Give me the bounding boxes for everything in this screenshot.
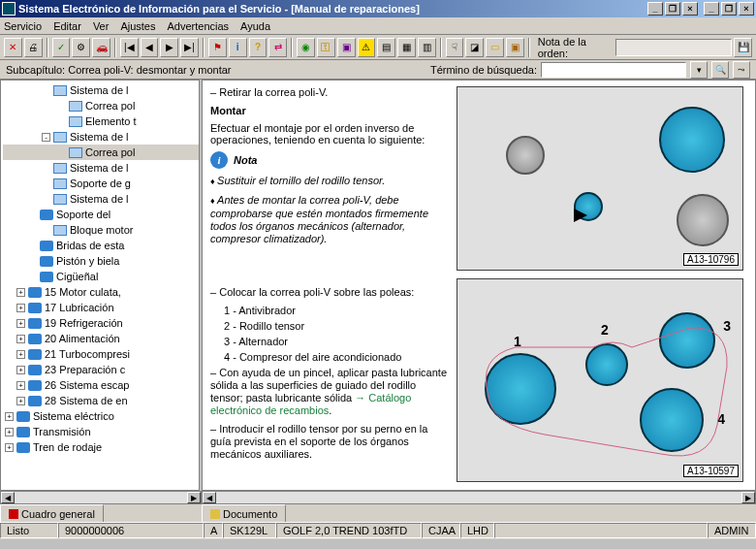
menu-advertencias[interactable]: Advertencias (167, 20, 229, 32)
tree-item[interactable]: +26 Sistema escap (3, 377, 199, 393)
tree-item[interactable]: +Transmisión (3, 424, 199, 439)
tree-item[interactable]: Correa pol (3, 145, 199, 160)
tree-item[interactable]: +19 Refrigeración (3, 315, 199, 331)
scroll-left-icon[interactable]: ◀ (203, 492, 216, 503)
expand-icon[interactable]: + (16, 335, 25, 343)
expand-icon[interactable]: + (5, 412, 14, 421)
sheet-icon[interactable]: ▥ (418, 38, 436, 57)
next-icon[interactable]: ▶ (160, 38, 178, 57)
check-icon[interactable]: ✓ (52, 38, 71, 57)
tree-item[interactable]: +20 Alimentación (3, 331, 199, 346)
subchapter-label: Subcapítulo: Correa poli-V: desmontar y … (6, 64, 232, 76)
expand-icon[interactable]: + (16, 319, 25, 328)
doc-step: Con ayuda de un pincel, aplicar pasta lu… (210, 367, 447, 417)
tree-item-label: 17 Lubricación (45, 300, 114, 315)
doc-hscroll[interactable]: ◀ ▶ (202, 491, 756, 504)
tree-item[interactable]: +15 Motor culata, (3, 284, 199, 300)
tree-item[interactable]: +21 Turbocompresi (3, 346, 199, 362)
help-icon[interactable]: ? (249, 38, 268, 57)
tree-item[interactable]: Correa pol (3, 98, 199, 113)
tree-item[interactable]: +Sistema eléctrico (3, 408, 199, 424)
tree-item[interactable]: +23 Preparación c (3, 362, 199, 377)
expand-icon[interactable]: + (16, 366, 25, 374)
folder-icon[interactable]: ▭ (486, 38, 504, 57)
page-icon (69, 147, 82, 158)
nota-label: Nota (234, 154, 257, 166)
expand-icon[interactable]: + (16, 288, 25, 297)
tree-item[interactable]: +28 Sistema de en (3, 393, 199, 408)
tree-item[interactable]: Elemento t (3, 113, 199, 129)
tree-item[interactable]: Cigüeñal (3, 269, 199, 284)
order-note-label: Nota de la orden: (538, 36, 614, 59)
menu-ajustes[interactable]: Ajustes (120, 20, 155, 32)
tree-item[interactable]: Soporte de g (3, 176, 199, 191)
maximize-button[interactable]: ❐ (665, 2, 680, 16)
menu-ver[interactable]: Ver (93, 20, 110, 32)
child-minimize-button[interactable]: _ (704, 2, 719, 16)
child-maximize-button[interactable]: ❐ (721, 2, 737, 16)
expand-icon[interactable]: + (5, 428, 14, 436)
flag-icon[interactable]: ⚑ (208, 38, 227, 57)
tree-item[interactable]: -Sistema de l (3, 129, 199, 145)
tree-item-label: Sistema de l (70, 82, 129, 98)
tree-item[interactable]: Sistema de l (3, 82, 199, 98)
search-input[interactable] (541, 62, 686, 78)
tree-item[interactable]: Sistema de l (3, 160, 199, 176)
prev-icon[interactable]: ◀ (141, 38, 159, 57)
car-icon[interactable]: 🚗 (92, 38, 110, 57)
close-doc-icon[interactable]: ✕ (4, 38, 22, 57)
first-icon[interactable]: |◀ (120, 38, 139, 57)
warn-icon[interactable]: ⚠ (358, 38, 376, 57)
tree-item[interactable]: Sistema de l (3, 191, 199, 207)
page-icon (53, 194, 67, 205)
globe-icon[interactable]: ◉ (297, 38, 315, 57)
child-close-button[interactable]: × (739, 2, 754, 16)
note-icon[interactable]: ◪ (465, 38, 484, 57)
info-icon[interactable]: i (229, 38, 247, 57)
order-note-input[interactable] (615, 39, 732, 56)
scroll-right-icon[interactable]: ▶ (741, 492, 755, 503)
expand-icon[interactable]: + (16, 397, 25, 405)
expand-icon[interactable]: + (16, 381, 25, 390)
expand-icon[interactable]: + (16, 304, 25, 312)
doc-icon[interactable]: ▤ (377, 38, 395, 57)
clip-icon[interactable]: ▦ (397, 38, 416, 57)
tree-item[interactable]: Bridas de esta (3, 238, 199, 253)
collapse-icon[interactable]: - (42, 133, 50, 142)
expand-icon[interactable]: + (5, 443, 14, 452)
book-icon[interactable]: ▣ (337, 38, 356, 57)
tab-cuadro-general[interactable]: Cuadro general (0, 504, 104, 522)
tree-item-label: Elemento t (85, 113, 137, 129)
save-note-icon[interactable]: 💾 (734, 38, 752, 57)
menu-editar[interactable]: Editar (53, 20, 81, 32)
close-button[interactable]: × (682, 2, 698, 16)
tree-item-label: Sistema de l (70, 160, 129, 176)
swap-icon[interactable]: ⇄ (268, 38, 287, 57)
search-dropdown-icon[interactable]: ▾ (690, 61, 708, 79)
tab-documento[interactable]: Documento (202, 504, 286, 522)
window-title: Sistema Electrónico de Información para … (18, 3, 646, 15)
tree-item[interactable]: +17 Lubricación (3, 300, 199, 315)
print-icon[interactable]: 🖨 (24, 38, 43, 57)
book-icon (40, 210, 53, 220)
search-binoculars-icon[interactable]: 🔍 (711, 61, 729, 79)
tree-item[interactable]: Bloque motor (3, 222, 199, 238)
key-icon[interactable]: ⚿ (317, 38, 335, 57)
hand-icon[interactable]: ☟ (446, 38, 464, 57)
document-panel[interactable]: Retirar la correa poli-V. Montar Efectua… (202, 80, 756, 491)
scroll-left-icon[interactable]: ◀ (1, 492, 15, 503)
scroll-right-icon[interactable]: ▶ (187, 492, 201, 503)
minimize-button[interactable]: _ (647, 2, 663, 16)
expand-icon[interactable]: + (16, 350, 25, 359)
tree-item[interactable]: Pistón y biela (3, 253, 199, 269)
menu-servicio[interactable]: Servicio (4, 20, 42, 32)
search-next-icon[interactable]: ⤳ (733, 61, 750, 79)
tool-icon[interactable]: ⚙ (72, 38, 90, 57)
last-icon[interactable]: ▶| (180, 38, 199, 57)
pkg-icon[interactable]: ▣ (506, 38, 524, 57)
tree-hscroll[interactable]: ◀ ▶ (0, 491, 202, 504)
tree-panel[interactable]: Sistema de lCorrea polElemento t-Sistema… (0, 80, 200, 491)
tree-item[interactable]: +Tren de rodaje (3, 439, 199, 455)
tree-item[interactable]: Soporte del (3, 207, 199, 222)
menu-ayuda[interactable]: Ayuda (240, 20, 270, 32)
